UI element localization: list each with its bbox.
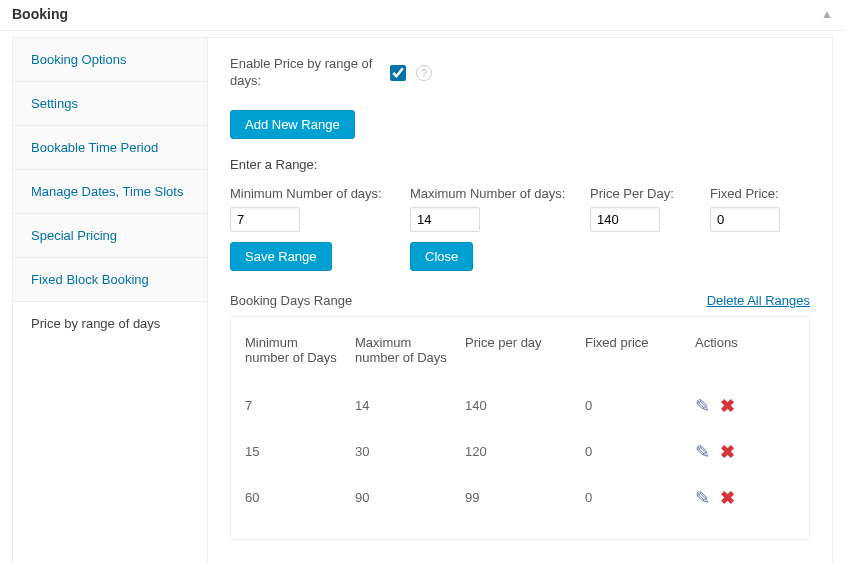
th-max: Maximum number of Days: [349, 331, 459, 383]
cell-actions: ✎✖: [689, 475, 801, 521]
close-button[interactable]: Close: [410, 242, 473, 271]
cell-actions: ✎✖: [689, 383, 801, 429]
col-max: Maximum Number of days:: [410, 186, 590, 232]
cell-price: 99: [459, 475, 579, 521]
tab-settings[interactable]: Settings: [13, 82, 207, 126]
tab-special-pricing[interactable]: Special Pricing: [13, 214, 207, 258]
edit-icon[interactable]: ✎: [695, 441, 710, 463]
cell-fixed: 0: [579, 429, 689, 475]
enter-range-label: Enter a Range:: [230, 157, 810, 172]
cell-price: 140: [459, 383, 579, 429]
panel-body: Booking Options Settings Bookable Time P…: [12, 37, 833, 563]
tab-price-by-range[interactable]: Price by range of days: [13, 302, 207, 345]
cell-min: 7: [239, 383, 349, 429]
edit-icon[interactable]: ✎: [695, 487, 710, 509]
cell-min: 15: [239, 429, 349, 475]
enable-label: Enable Price by range of days:: [230, 56, 380, 90]
min-days-input[interactable]: [230, 207, 300, 232]
edit-icon[interactable]: ✎: [695, 395, 710, 417]
panel-title: Booking: [12, 6, 68, 22]
col-fixed: Fixed Price:: [710, 186, 810, 232]
max-days-input[interactable]: [410, 207, 480, 232]
enable-checkbox[interactable]: [390, 65, 406, 81]
cell-max: 14: [349, 383, 459, 429]
delete-icon[interactable]: ✖: [720, 487, 735, 509]
collapse-icon[interactable]: ▲: [821, 7, 833, 21]
cell-fixed: 0: [579, 383, 689, 429]
save-range-button[interactable]: Save Range: [230, 242, 332, 271]
cell-max: 30: [349, 429, 459, 475]
table-row: 6090990✎✖: [239, 475, 801, 521]
cell-actions: ✎✖: [689, 429, 801, 475]
tab-bookable-time-period[interactable]: Bookable Time Period: [13, 126, 207, 170]
tab-fixed-block-booking[interactable]: Fixed Block Booking: [13, 258, 207, 302]
delete-icon[interactable]: ✖: [720, 441, 735, 463]
th-fixed: Fixed price: [579, 331, 689, 383]
form-row: Minimum Number of days: Maximum Number o…: [230, 186, 810, 232]
min-days-label: Minimum Number of days:: [230, 186, 410, 201]
add-new-range-button[interactable]: Add New Range: [230, 110, 355, 139]
cell-max: 90: [349, 475, 459, 521]
tabs-sidebar: Booking Options Settings Bookable Time P…: [13, 38, 208, 563]
button-row: Save Range Close: [230, 242, 810, 271]
table-row: 15301200✎✖: [239, 429, 801, 475]
table-row: 7141400✎✖: [239, 383, 801, 429]
range-table-container: Minimum number of Days Maximum number of…: [230, 316, 810, 540]
tab-manage-dates[interactable]: Manage Dates, Time Slots: [13, 170, 207, 214]
range-title: Booking Days Range: [230, 293, 352, 308]
tab-booking-options[interactable]: Booking Options: [13, 38, 207, 82]
enable-row: Enable Price by range of days: ?: [230, 56, 810, 90]
max-days-label: Maximum Number of days:: [410, 186, 590, 201]
range-table: Minimum number of Days Maximum number of…: [239, 331, 801, 521]
th-min: Minimum number of Days: [239, 331, 349, 383]
price-per-day-label: Price Per Day:: [590, 186, 710, 201]
cell-price: 120: [459, 429, 579, 475]
price-per-day-input[interactable]: [590, 207, 660, 232]
fixed-price-label: Fixed Price:: [710, 186, 810, 201]
col-min: Minimum Number of days:: [230, 186, 410, 232]
th-price: Price per day: [459, 331, 579, 383]
col-price: Price Per Day:: [590, 186, 710, 232]
panel-header: Booking ▲: [0, 0, 845, 31]
fixed-price-input[interactable]: [710, 207, 780, 232]
cell-min: 60: [239, 475, 349, 521]
help-icon[interactable]: ?: [416, 65, 432, 81]
delete-all-ranges-link[interactable]: Delete All Ranges: [707, 293, 810, 308]
content-area: Enable Price by range of days: ? Add New…: [208, 38, 832, 563]
cell-fixed: 0: [579, 475, 689, 521]
delete-icon[interactable]: ✖: [720, 395, 735, 417]
th-actions: Actions: [689, 331, 801, 383]
range-header: Booking Days Range Delete All Ranges: [230, 293, 810, 308]
